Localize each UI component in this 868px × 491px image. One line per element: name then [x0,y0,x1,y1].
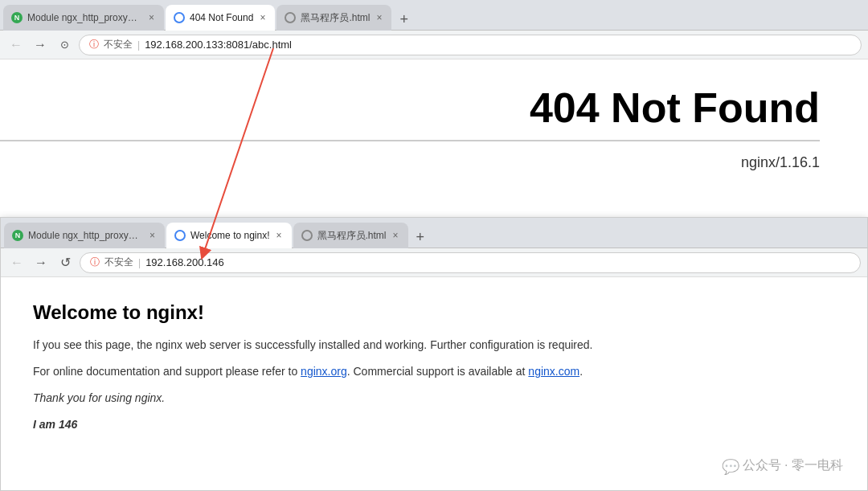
top-tab3-close[interactable]: × [375,10,383,25]
bottom-tab3-favicon [301,230,313,241]
bottom-insecure-label: 不安全 [104,256,133,269]
bottom-address-bar: ← → ↺ ⓘ 不安全 | 192.168.200.146 [1,248,867,277]
nginx-i-am: I am 146 [33,416,835,433]
nginx-org-link[interactable]: nginx.org [301,365,347,378]
top-refresh-button[interactable]: ⊙ [55,35,74,55]
bottom-address-field[interactable]: ⓘ 不安全 | 192.168.200.146 [80,252,861,273]
tab3-favicon [285,12,296,23]
tab1-favicon: N [11,12,23,23]
top-url-text: 192.168.200.133:8081/abc.html [145,39,851,51]
top-page-content: 404 Not Found nginx/1.16.1 [0,59,868,220]
top-browser-tabbar: N Module ngx_http_proxy_mod… × 404 Not F… [0,0,868,31]
nginx-para2c: . [579,365,583,378]
top-tab-2[interactable]: 404 Not Found × [166,5,275,31]
bottom-tab-3[interactable]: 黑马程序员.html × [293,223,408,248]
top-address-bar: ← → ⊙ ⓘ 不安全 | 192.168.200.133:8081/abc.h… [0,31,868,59]
bottom-refresh-button[interactable]: ↺ [55,253,75,272]
bottom-tab1-close[interactable]: × [148,228,157,243]
bottom-new-tab-button[interactable]: + [410,227,432,248]
watermark-icon: 💬 [722,458,738,474]
bottom-browser-tabbar: N Module ngx_http_proxy_mod… × Welcome t… [1,218,867,248]
bottom-tab1-favicon: N [12,230,23,241]
nginx-para1: If you see this page, the nginx web serv… [33,337,835,354]
watermark-text: 公众号 · 零一电科 [743,457,843,474]
bottom-tab2-favicon [174,230,186,241]
bottom-tab-2[interactable]: Welcome to nginx! × [166,223,292,248]
top-tab-1[interactable]: N Module ngx_http_proxy_mod… × [3,5,164,31]
top-tab-bar: N Module ngx_http_proxy_mod… × 404 Not F… [0,0,868,30]
top-browser: N Module ngx_http_proxy_mod… × 404 Not F… [0,0,868,220]
screenshot-container: N Module ngx_http_proxy_mod… × 404 Not F… [0,0,868,491]
bottom-tab-1[interactable]: N Module ngx_http_proxy_mod… × [4,223,165,248]
top-tab1-close[interactable]: × [147,10,156,25]
top-new-tab-button[interactable]: + [393,10,415,30]
top-insecure-icon: ⓘ [89,38,99,51]
nginx-thank-you: Thank you for using nginx. [33,390,835,407]
top-forward-button[interactable]: → [31,35,50,55]
bottom-browser: N Module ngx_http_proxy_mod… × Welcome t… [0,217,868,491]
bottom-tab2-close[interactable]: × [275,228,284,243]
top-tab-3[interactable]: 黑马程序员.html × [276,5,391,31]
top-tab1-label: Module ngx_http_proxy_mod… [27,12,142,23]
nginx-para2b: . Commercial support is available at [347,365,529,378]
bottom-tab2-label: Welcome to nginx! [190,230,270,241]
bottom-tab1-label: Module ngx_http_proxy_mod… [28,230,143,241]
bottom-tab3-close[interactable]: × [391,228,400,243]
error-title-text: 404 Not Found [0,84,820,141]
bottom-separator: | [138,257,141,268]
watermark: 💬 公众号 · 零一电科 [722,457,843,474]
nginx-welcome-title: Welcome to nginx! [33,301,835,324]
top-tab2-close[interactable]: × [258,10,267,25]
bottom-insecure-icon: ⓘ [90,256,100,269]
top-tab3-label: 黑马程序员.html [301,11,370,25]
nginx-version-text: nginx/1.16.1 [0,154,820,171]
top-address-field[interactable]: ⓘ 不安全 | 192.168.200.133:8081/abc.html [79,35,862,55]
bottom-tab-bar: N Module ngx_http_proxy_mod… × Welcome t… [1,218,867,248]
top-back-button[interactable]: ← [6,35,26,55]
top-insecure-label: 不安全 [104,38,133,51]
tab2-favicon [174,12,185,23]
bottom-tab3-label: 黑马程序员.html [317,229,387,243]
bottom-back-button[interactable]: ← [7,253,27,272]
nginx-para2: For online documentation and support ple… [33,363,835,380]
bottom-forward-button[interactable]: → [31,253,51,272]
nginx-para2a: For online documentation and support ple… [33,365,301,378]
nginx-com-link[interactable]: nginx.com [528,365,579,378]
top-tab2-label: 404 Not Found [190,12,253,23]
bottom-url-text: 192.168.200.146 [145,256,850,268]
top-separator: | [137,39,140,51]
